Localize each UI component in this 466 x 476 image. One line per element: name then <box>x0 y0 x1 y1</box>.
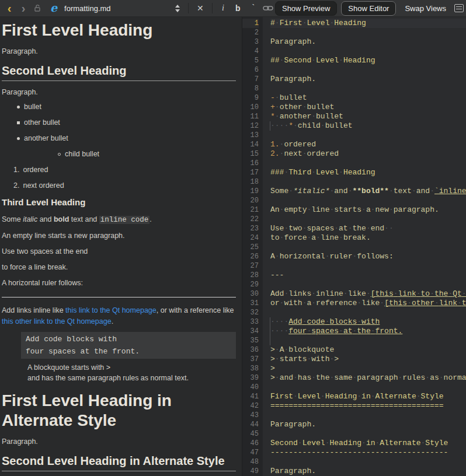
editor-line[interactable]: ····*·child·bullet <box>270 121 466 131</box>
editor-code[interactable]: #·First·Level·HeadingParagraph.##·Second… <box>263 17 466 476</box>
editor-line[interactable]: Use·two·spaces·at·the·end·· <box>270 224 466 233</box>
editor-line[interactable]: to·force·a·line·break. <box>270 233 466 243</box>
editor-line[interactable]: --------------------------------------- <box>270 448 466 457</box>
editor-line[interactable]: ====================================== <box>270 401 466 411</box>
line-number[interactable]: 3 <box>242 37 259 47</box>
editor-line[interactable]: ###·Third·Level·Heading <box>270 168 466 177</box>
inline-code-button[interactable]: ` <box>246 1 261 15</box>
editor-line[interactable]: Paragraph. <box>270 420 466 429</box>
editor-line[interactable] <box>270 28 466 37</box>
line-number[interactable]: 35 <box>242 336 259 345</box>
editor-line[interactable] <box>270 215 466 224</box>
editor-line[interactable] <box>270 261 466 271</box>
document-title[interactable]: formatting.md <box>61 4 114 13</box>
editor-line[interactable] <box>270 411 466 420</box>
line-number[interactable]: 38 <box>242 364 259 373</box>
editor-line[interactable]: Paragraph. <box>270 75 466 84</box>
line-number[interactable]: 49 <box>242 467 259 476</box>
editor-line[interactable]: Second·Level·Heading·in·Alternate·Style <box>270 439 466 448</box>
line-number[interactable]: 20 <box>242 196 259 205</box>
line-number[interactable]: 19 <box>242 187 259 196</box>
editor-line[interactable] <box>270 280 466 289</box>
line-number[interactable]: 45 <box>242 429 259 439</box>
line-number[interactable]: 41 <box>242 392 259 401</box>
line-number[interactable]: 39 <box>242 373 259 383</box>
bold-button[interactable]: b <box>230 1 246 15</box>
line-number[interactable]: 48 <box>242 457 259 467</box>
editor-line[interactable]: Paragraph. <box>270 37 466 47</box>
editor-line[interactable] <box>270 243 466 252</box>
line-number[interactable]: 1 <box>242 19 259 28</box>
editor-gutter[interactable]: 1234567891011121314151617181920212223242… <box>242 17 263 476</box>
swap-views-button[interactable]: Swap Views <box>400 2 451 15</box>
line-number[interactable]: 25 <box>242 243 259 252</box>
editor-line[interactable]: >·starts·with·> <box>270 355 466 364</box>
line-number[interactable]: 27 <box>242 261 259 271</box>
show-editor-button[interactable]: Show Editor <box>341 1 396 16</box>
editor-line[interactable]: ····four·spaces·at·the·front. <box>270 327 466 336</box>
line-number[interactable]: 21 <box>242 205 259 215</box>
line-number[interactable]: 24 <box>242 233 259 243</box>
unlock-icon[interactable] <box>30 1 44 15</box>
line-number[interactable]: 12 <box>242 121 259 131</box>
editor-line[interactable]: First·Level·Heading·in·Alternate·Style <box>270 392 466 401</box>
line-number[interactable]: 13 <box>242 131 259 140</box>
line-number[interactable]: 37 <box>242 355 259 364</box>
editor-line[interactable] <box>270 308 466 317</box>
line-number[interactable]: 22 <box>242 215 259 224</box>
line-number[interactable]: 4 <box>242 47 259 56</box>
line-number[interactable]: 42 <box>242 401 259 411</box>
line-number[interactable]: 30 <box>242 289 259 299</box>
editor-line[interactable]: >·and·has·the·same·paragraph·rules·as·no… <box>270 373 466 383</box>
line-number[interactable]: 28 <box>242 271 259 280</box>
editor-line[interactable]: Some·*italic*·and·**bold**·text·and·`inl… <box>270 187 466 196</box>
editor-line[interactable] <box>270 47 466 56</box>
show-preview-button[interactable]: Show Preview <box>275 1 337 16</box>
line-number[interactable]: 26 <box>242 252 259 261</box>
line-number[interactable]: 2 <box>242 28 259 37</box>
line-number[interactable]: 11 <box>242 112 259 121</box>
qt-homepage-link[interactable]: this link to the Qt homepage <box>65 306 157 314</box>
back-button[interactable]: ‹ <box>2 1 16 15</box>
line-number[interactable]: 43 <box>242 411 259 420</box>
editor-line[interactable]: or·with·a·reference·like·[this·other·lin… <box>270 299 466 308</box>
line-number[interactable]: 34 <box>242 327 259 336</box>
editor-line[interactable]: --- <box>270 271 466 280</box>
line-number[interactable]: 9 <box>242 93 259 103</box>
line-number[interactable]: 47 <box>242 448 259 457</box>
editor-line[interactable]: *·another·bullet <box>270 112 466 121</box>
editor-line[interactable] <box>270 383 466 392</box>
editor-line[interactable]: Paragraph. <box>270 467 466 476</box>
italic-button[interactable]: i <box>216 1 230 15</box>
editor-line[interactable]: 1.·ordered <box>270 140 466 149</box>
line-number[interactable]: 31 <box>242 299 259 308</box>
line-number[interactable]: 32 <box>242 308 259 317</box>
editor-line[interactable]: Add·links·inline·like·[this·link·to·the·… <box>270 289 466 299</box>
line-number[interactable]: 17 <box>242 168 259 177</box>
editor-line[interactable] <box>270 84 466 93</box>
line-number[interactable]: 15 <box>242 149 259 159</box>
line-number[interactable]: 5 <box>242 56 259 65</box>
line-number[interactable]: 40 <box>242 383 259 392</box>
split-view-icon[interactable] <box>454 4 464 12</box>
link-button[interactable] <box>261 1 275 15</box>
line-number[interactable]: 8 <box>242 84 259 93</box>
editor-line[interactable] <box>270 65 466 75</box>
editor-line[interactable] <box>270 131 466 140</box>
editor-line[interactable]: An·empty·line·starts·a·new·paragraph. <box>270 205 466 215</box>
editor-line[interactable]: #·First·Level·Heading <box>270 19 466 28</box>
line-number[interactable]: 7 <box>242 75 259 84</box>
editor-line[interactable] <box>270 457 466 467</box>
close-document-button[interactable]: ✕ <box>192 1 208 15</box>
line-number[interactable]: 46 <box>242 439 259 448</box>
line-number[interactable]: 6 <box>242 65 259 75</box>
editor-line[interactable]: > <box>270 364 466 373</box>
line-number[interactable]: 23 <box>242 224 259 233</box>
editor-line[interactable]: >·A·blockquote <box>270 345 466 355</box>
editor-line[interactable]: ##·Second·Level·Heading <box>270 56 466 65</box>
forward-button[interactable]: › <box>16 1 30 15</box>
document-switcher-icon[interactable] <box>171 5 185 12</box>
line-number[interactable]: 29 <box>242 280 259 289</box>
qt-homepage-reference-link[interactable]: this other link to the Qt homepage <box>2 317 112 326</box>
line-number[interactable]: 44 <box>242 420 259 429</box>
